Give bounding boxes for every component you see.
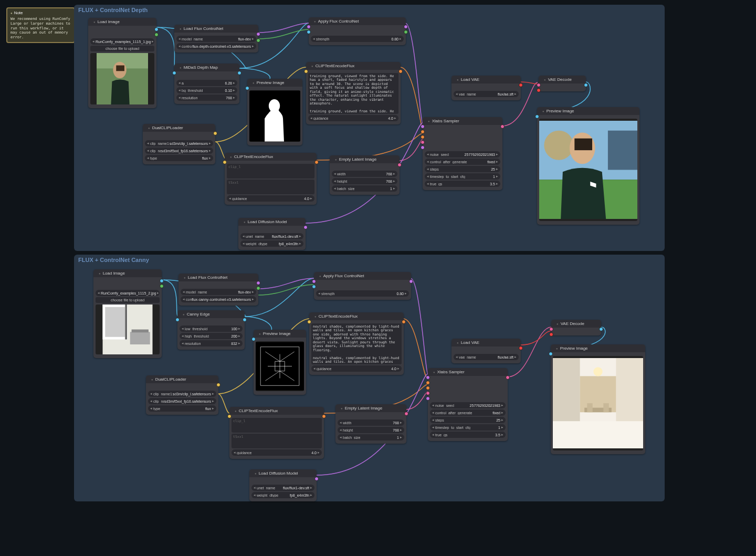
- field-cag[interactable]: ◂control_after_generatefixed▸: [430, 410, 506, 416]
- port-out[interactable]: [599, 327, 603, 331]
- node-apply-flux-controlnet[interactable]: Apply Flux ControlNet ◂strength0.80▸: [314, 272, 411, 300]
- field-guidance[interactable]: ◂guidance4.0▸: [311, 365, 402, 372]
- port-in[interactable]: [245, 86, 249, 90]
- port-latent-out[interactable]: [397, 163, 402, 167]
- field-height[interactable]: ◂height768▸: [332, 178, 397, 184]
- port-cond-out[interactable]: [398, 69, 403, 74]
- port-clip-in[interactable]: [223, 160, 227, 164]
- field-image[interactable]: ◂imageRunComfy_examples_1115_2.jpg▸: [96, 290, 160, 296]
- node-load-flux-controlnet[interactable]: Load Flux ControlNet ◂model_nameflux-dev…: [178, 274, 258, 306]
- field-resolution[interactable]: ◂resolution768▸: [176, 95, 237, 101]
- field-unet[interactable]: ◂unet_nameflux/flux1-dev.sft▸: [251, 485, 314, 491]
- node-preview-image[interactable]: Preview Image: [537, 107, 639, 225]
- port-out[interactable]: [256, 32, 260, 36]
- port-in[interactable]: [421, 130, 425, 134]
- port-out[interactable]: [237, 71, 242, 75]
- field-truegs[interactable]: ◂true_gs3.5▸: [425, 181, 500, 187]
- node-load-vae[interactable]: Load VAE ◂vae_nameflux/ae.sft▸: [452, 339, 521, 363]
- port-in[interactable]: [537, 83, 541, 87]
- node-empty-latent[interactable]: Empty Latent Image ◂width768▸ ◂height768…: [335, 404, 406, 444]
- field-type[interactable]: ◂typeflux▸: [145, 155, 213, 161]
- port-out[interactable]: [243, 318, 247, 322]
- field-batch[interactable]: ◂batch_size1▸: [338, 434, 404, 440]
- field-res[interactable]: ◂resolution832▸: [180, 340, 243, 347]
- port-in[interactable]: [549, 327, 553, 331]
- text-input[interactable]: training ground, viewed from the side. H…: [308, 73, 398, 114]
- port-in[interactable]: [312, 285, 316, 289]
- node-midas-depth[interactable]: MiDaS Depth Map ◂a6.28▸ ◂bg_threshold0.1…: [174, 64, 239, 104]
- field-dtype[interactable]: ◂weight_dtypefp8_e4m3fn▸: [240, 240, 303, 247]
- port-out[interactable]: [216, 383, 220, 387]
- field-clip2[interactable]: ◂clip_name2sd3m/t5xxl_fp16.safetensors▸: [145, 148, 213, 154]
- field-controlnet-path[interactable]: ◂controlnet_pathflux-depth-controlnet-v3…: [176, 43, 256, 49]
- port-out[interactable]: [404, 25, 408, 29]
- port-image-out[interactable]: [154, 27, 159, 32]
- port-clip-in[interactable]: [304, 69, 308, 74]
- port-in[interactable]: [307, 320, 311, 324]
- node-clip-text-encode[interactable]: CLIPTextEncodeFlux training ground, view…: [306, 62, 401, 124]
- field-steps[interactable]: ◂steps25▸: [430, 417, 506, 423]
- field-image[interactable]: ◂imageRunComfy_examples_1115_1.jpg▸: [90, 38, 154, 45]
- node-dual-clip-loader[interactable]: DualCLIPLoader ◂clip_name1sd3m/clip_l.sa…: [146, 375, 218, 415]
- field-unet[interactable]: ◂unet_nameflux/flux1-dev.sft▸: [240, 233, 303, 239]
- field-strength[interactable]: ◂strength0.80▸: [311, 36, 404, 42]
- node-dual-clip-loader[interactable]: DualCLIPLoader ◂clip_name1sd3m/clip_l.sa…: [143, 124, 215, 164]
- node-xlabs-sampler[interactable]: Xlabs Sampler ◂noise_seed257762932021983…: [423, 117, 502, 190]
- field-controlnet-path[interactable]: ◂controlnet_pathflux-canny-controlnet-v3…: [181, 296, 256, 302]
- node-vae-decode[interactable]: VAE Decode: [539, 76, 586, 91]
- port-in[interactable]: [421, 145, 425, 150]
- field-width[interactable]: ◂width768▸: [332, 171, 397, 177]
- field-clip1[interactable]: ◂clip_name1sd3m/clip_l.safetensors▸: [145, 140, 213, 146]
- port-model-out[interactable]: [303, 225, 308, 229]
- port-out[interactable]: [160, 284, 164, 288]
- field-guidance[interactable]: ◂guidance4.0▸: [227, 195, 314, 202]
- text-t5xxl[interactable]: t5xxl: [227, 180, 314, 194]
- field-timestep[interactable]: ◂timestep_to_start_cfg1▸: [430, 424, 506, 431]
- node-vae-decode[interactable]: VAE Decode: [551, 320, 601, 335]
- port-vae-out[interactable]: [519, 83, 523, 87]
- field-vae[interactable]: ◂vae_nameflux/ae.sft▸: [454, 354, 519, 360]
- node-apply-flux-controlnet[interactable]: Apply Flux ControlNet ◂strength0.80▸: [309, 17, 406, 45]
- port-out[interactable]: [409, 279, 413, 284]
- node-load-vae[interactable]: Load VAE ◂vae_nameflux/ae.sft▸: [452, 76, 521, 100]
- port-in[interactable]: [549, 332, 553, 337]
- field-batch[interactable]: ◂batch_size1▸: [332, 185, 397, 192]
- port-in[interactable]: [312, 279, 316, 284]
- port-out[interactable]: [314, 477, 319, 481]
- node-clip-text-encode[interactable]: CLIPTextEncodeFlux neutral shades, compl…: [309, 312, 404, 375]
- port-in[interactable]: [421, 135, 425, 139]
- field-steps[interactable]: ◂steps25▸: [425, 166, 500, 172]
- port-latent-out[interactable]: [500, 124, 505, 129]
- node-canny-edge[interactable]: Canny Edge ◂low_threshold100▸ ◂high_thre…: [177, 310, 245, 350]
- text-t5xxl[interactable]: t5xxl: [232, 434, 322, 448]
- port-out[interactable]: [519, 346, 523, 350]
- text-clip-l[interactable]: clip_l: [232, 418, 322, 433]
- field-dtype[interactable]: ◂weight_dtypefp8_e4m3fn▸: [251, 492, 314, 498]
- field-width[interactable]: ◂width768▸: [338, 419, 404, 426]
- port-clip-out[interactable]: [213, 131, 217, 135]
- port-in[interactable]: [251, 337, 256, 341]
- text-input[interactable]: neutral shades, complemented by light-hu…: [311, 323, 402, 364]
- port-in[interactable]: [172, 71, 176, 75]
- field-guidance[interactable]: ◂guidance4.0▸: [232, 449, 322, 456]
- field-seed[interactable]: ◂noise_seed257762932021983▸: [430, 402, 506, 408]
- node-load-diffusion[interactable]: Load Diffusion Model ◂unet_nameflux/flux…: [238, 218, 306, 250]
- port-in[interactable]: [307, 30, 311, 34]
- node-load-image[interactable]: Load Image ◂imageRunComfy_examples_1115_…: [93, 269, 162, 358]
- node-graph-canvas[interactable]: Note We recommend using RunComfy Large o…: [0, 0, 756, 556]
- port-in[interactable]: [307, 25, 311, 29]
- port-in[interactable]: [549, 352, 553, 356]
- field-high[interactable]: ◂high_threshold200▸: [180, 333, 243, 339]
- field-model-name[interactable]: ◂model_nameflux-dev▸: [181, 289, 256, 295]
- field-vae[interactable]: ◂vae_nameflux/ae.sft▸: [454, 91, 519, 97]
- node-preview-image[interactable]: Preview Image: [254, 330, 306, 395]
- port-img-out[interactable]: [584, 83, 588, 87]
- field-strength[interactable]: ◂strength0.80▸: [316, 290, 409, 297]
- field-bg-threshold[interactable]: ◂bg_threshold0.10▸: [176, 87, 237, 93]
- port-in[interactable]: [421, 140, 425, 144]
- field-truegs[interactable]: ◂true_gs3.5▸: [430, 432, 506, 438]
- port-out[interactable]: [404, 30, 408, 34]
- port-out[interactable]: [322, 414, 326, 418]
- port-out[interactable]: [402, 320, 406, 324]
- port-cond-out[interactable]: [314, 160, 319, 164]
